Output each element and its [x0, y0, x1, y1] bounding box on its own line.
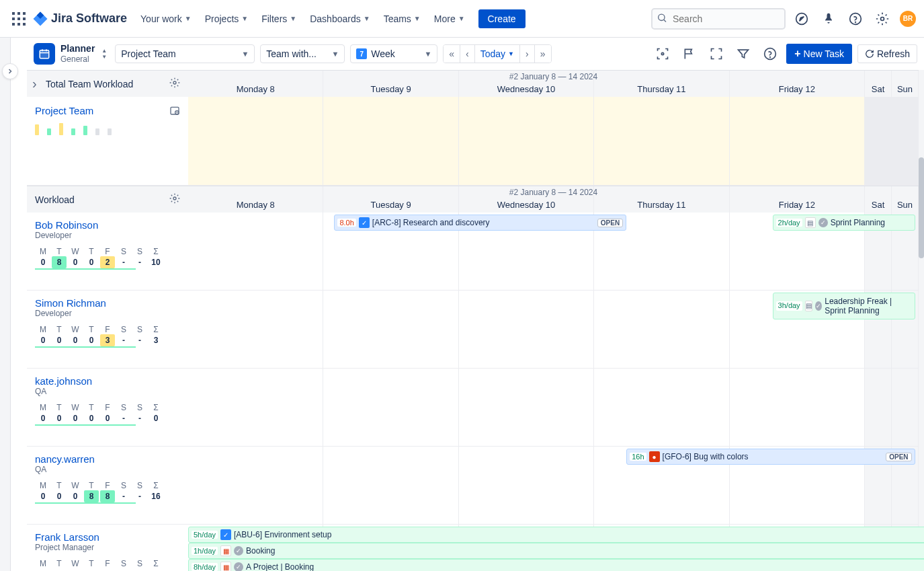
chevron-down-icon: ▼: [290, 15, 296, 22]
today-button[interactable]: Today▼: [475, 45, 520, 63]
person-role: Developer: [35, 231, 180, 240]
team-bars-chart: [35, 122, 180, 135]
chevron-down-icon: ▼: [241, 50, 249, 58]
fullscreen-icon[interactable]: [706, 43, 727, 65]
task-card[interactable]: 2h/day ▤ ✓ Sprint Planning: [773, 215, 915, 231]
task-card[interactable]: 3h/day ▤ ✓ Leadership Freak | Sprint Pla…: [773, 293, 915, 319]
event-icon: ▤: [805, 217, 816, 228]
event-icon: ▤: [805, 301, 813, 311]
jira-logo-text: Jira Software: [51, 11, 127, 26]
view-select[interactable]: 7Week ▼: [350, 44, 437, 63]
chevron-down-icon: ▼: [364, 15, 370, 22]
task-duration: 2h/day: [776, 219, 802, 227]
check-icon: ✓: [234, 562, 243, 571]
planner-title: Planner: [60, 43, 95, 54]
person-card: Simon RichmanDeveloperMTWTFSSΣ00003--3: [27, 291, 188, 369]
svg-rect-5: [23, 17, 26, 20]
jira-logo[interactable]: Jira Software: [32, 11, 127, 27]
workload-table: MTWTFSSΣ00000--0: [35, 403, 180, 426]
workload-table: MTWTFSSΣ08002--10: [35, 247, 180, 270]
nav-filters[interactable]: Filters▼: [256, 9, 302, 28]
nav-more[interactable]: More▼: [429, 9, 470, 28]
person-name[interactable]: nancy.warren: [35, 453, 180, 465]
team-select[interactable]: Project Team▼: [115, 44, 255, 63]
filter-icon[interactable]: [732, 43, 754, 65]
compass-icon[interactable]: [791, 8, 812, 30]
task-label: Sprint Planning: [831, 218, 885, 227]
user-avatar[interactable]: BR: [900, 11, 916, 27]
task-duration: 5h/day: [192, 531, 218, 539]
nav-last-button[interactable]: »: [535, 45, 551, 63]
chevron-down-icon: ▼: [241, 15, 248, 22]
nav-next-button[interactable]: ›: [520, 45, 535, 63]
planner-icon: [34, 43, 55, 65]
svg-point-14: [855, 22, 856, 22]
calendar-event-icon: ▦: [220, 545, 231, 556]
create-button[interactable]: Create: [478, 9, 526, 28]
task-card[interactable]: 16h ● [GFO-6] Bug with colors OPEN: [626, 449, 915, 465]
task-duration: 3h/day: [776, 301, 802, 310]
workload-table: MTWTFSSΣ00088--16: [35, 481, 180, 504]
person-name[interactable]: Frank Larsson: [35, 531, 180, 543]
nav-dashboards[interactable]: Dashboards▼: [304, 9, 375, 28]
chevron-down-icon: ▼: [458, 15, 465, 22]
search-box: [651, 8, 786, 30]
settings-icon[interactable]: [872, 8, 893, 30]
task-card[interactable]: 1h/day ▦ ✓ Booking: [188, 543, 924, 559]
svg-rect-0: [12, 12, 15, 15]
nav-your-work[interactable]: Your work▼: [135, 9, 197, 28]
refresh-button[interactable]: Refresh: [857, 44, 917, 63]
flag-icon[interactable]: [679, 43, 700, 65]
app-switcher-icon[interactable]: [8, 8, 30, 30]
calendar-icon: 7: [356, 48, 367, 59]
workload-table: MTWTFSSΣ00003--3: [35, 325, 180, 348]
check-icon: ✓: [234, 546, 243, 556]
planner-switcher[interactable]: Planner General ▲▼: [34, 43, 110, 65]
jira-logo-icon: [32, 11, 48, 27]
check-icon: ✓: [818, 218, 828, 227]
team-name-label[interactable]: Project Team: [35, 105, 180, 116]
nav-first-button[interactable]: «: [444, 45, 460, 63]
person-row-frank: 5h/day ✓ [ABU-6] Environment setup OPEN …: [188, 525, 919, 571]
day-head: Tuesday 9: [323, 71, 458, 97]
task-card[interactable]: 8.0h ✓ [ARC-8] Research and discovery OP…: [334, 215, 626, 231]
task-card[interactable]: 5h/day ✓ [ABU-6] Environment setup OPEN: [188, 527, 924, 543]
day-head-weekend: Sun: [892, 71, 919, 97]
gear-icon[interactable]: [169, 193, 180, 206]
task-label: [GFO-6] Bug with colors: [663, 452, 749, 461]
task-label: Leadership Freak | Sprint Planning: [825, 297, 911, 316]
total-workload-header[interactable]: Total Team Workload: [27, 70, 188, 97]
nav-prev-button[interactable]: ‹: [460, 45, 475, 63]
svg-rect-6: [12, 23, 15, 26]
svg-point-23: [173, 81, 176, 84]
day-head: Monday 8: [188, 71, 323, 97]
nav-projects[interactable]: Projects▼: [200, 9, 253, 28]
team-schedule-icon[interactable]: [169, 105, 180, 118]
workload-header[interactable]: Workload: [27, 186, 188, 213]
new-task-button[interactable]: +New Task: [786, 44, 852, 64]
person-role: QA: [35, 465, 180, 474]
day-head: Monday 8: [188, 186, 323, 213]
person-name[interactable]: Simon Richman: [35, 297, 180, 309]
scrollbar[interactable]: [919, 70, 924, 571]
person-name[interactable]: kate.johnson: [35, 375, 180, 387]
task-card[interactable]: 8h/day ▦ ✓ A Project | Booking: [188, 559, 924, 571]
nav-teams[interactable]: Teams▼: [378, 9, 426, 28]
search-input[interactable]: [651, 8, 786, 30]
svg-point-20: [662, 52, 664, 54]
toolbar: Planner General ▲▼ Project Team▼ Team wi…: [27, 38, 924, 70]
svg-rect-8: [23, 23, 26, 26]
task-label: [ARC-8] Research and discovery: [372, 218, 490, 227]
gear-icon[interactable]: [169, 77, 180, 90]
planner-switch-icon: ▲▼: [101, 48, 107, 60]
svg-rect-3: [12, 17, 15, 20]
focus-icon[interactable]: [652, 43, 673, 65]
help-toolbar-icon[interactable]: [759, 43, 781, 65]
person-name[interactable]: Bob Robinson: [35, 219, 180, 231]
help-icon[interactable]: [845, 8, 866, 30]
filter-select[interactable]: Team with...▼: [260, 44, 345, 63]
notifications-icon[interactable]: [818, 8, 839, 30]
sidebar-expand-button[interactable]: [2, 63, 18, 79]
svg-point-26: [173, 197, 176, 200]
task-label: [ABU-6] Environment setup: [234, 530, 331, 539]
